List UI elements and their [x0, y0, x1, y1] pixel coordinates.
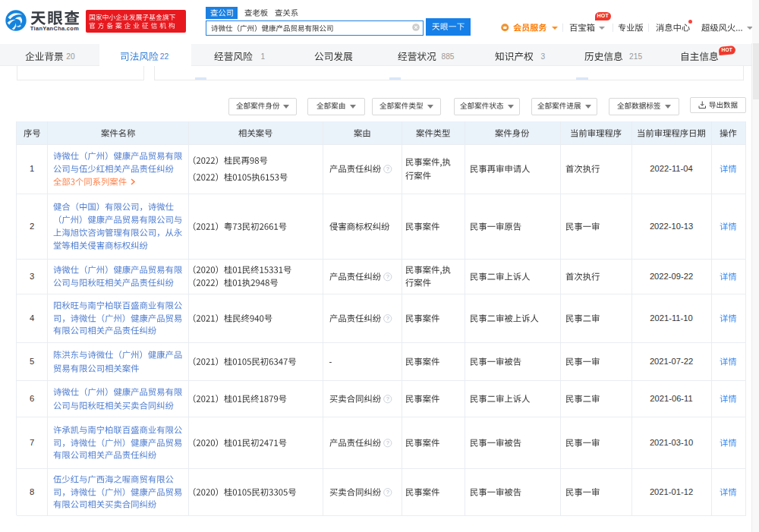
svg-text:?: ? [386, 165, 389, 172]
svg-text:?: ? [386, 489, 389, 496]
svg-text:?: ? [386, 273, 389, 280]
svg-text:?: ? [386, 315, 389, 322]
svg-text:?: ? [386, 439, 389, 446]
svg-text:?: ? [386, 395, 389, 402]
